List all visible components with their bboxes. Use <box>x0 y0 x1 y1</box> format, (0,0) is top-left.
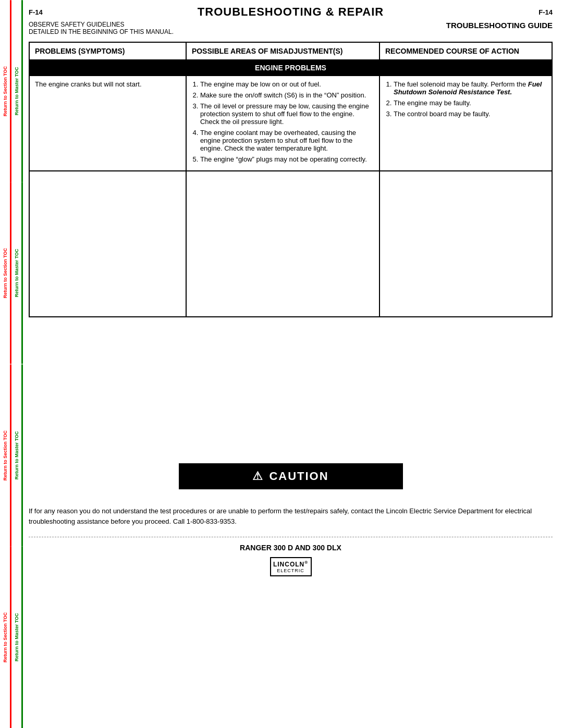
table-header-problems: PROBLEMS (SYMPTOMS) <box>29 42 186 60</box>
caution-box: ⚠ CAUTION <box>179 463 403 489</box>
page-header: F-14 TROUBLESHOOTING & REPAIR F-14 <box>29 5 553 19</box>
causes-cell: The engine may be low on or out of fuel.… <box>186 76 380 171</box>
lincoln-logo: LINCOLN® ELECTRIC <box>270 557 312 576</box>
spacer <box>29 328 553 463</box>
main-content: F-14 TROUBLESHOOTING & REPAIR F-14 OBSER… <box>23 0 563 587</box>
sidebar-return-master-toc-2[interactable]: Return to Master TOC <box>11 182 23 364</box>
page-number-left: F-14 <box>29 8 43 16</box>
action-1-bold: Fuel Shutdown Solenoid Resistance Test. <box>394 80 542 96</box>
section-header-row: ENGINE PROBLEMS <box>29 60 552 76</box>
sidebar-return-section-toc-4[interactable]: Return to Section TOC <box>0 546 11 728</box>
left-sidebar: Return to Section TOC Return to Master T… <box>0 0 23 728</box>
cause-item-1: The engine may be low on or out of fuel. <box>200 80 374 88</box>
empty-cell-2 <box>186 171 380 317</box>
logo-container: LINCOLN® ELECTRIC <box>29 557 553 576</box>
sidebar-return-section-toc-2[interactable]: Return to Section TOC <box>0 182 11 364</box>
caution-triangle-icon: ⚠ <box>252 470 263 483</box>
page-number-right: F-14 <box>538 8 553 16</box>
cause-item-5: The engine “glow” plugs may not be opera… <box>200 155 374 163</box>
actions-cell: The fuel solenoid may be faulty. Perform… <box>380 76 552 171</box>
action-item-1: The fuel solenoid may be faulty. Perform… <box>394 80 546 96</box>
empty-cell-3 <box>380 171 552 317</box>
sidebar-return-master-toc-1[interactable]: Return to Master TOC <box>11 0 23 182</box>
sidebar-return-section-toc-3[interactable]: Return to Section TOC <box>0 364 11 546</box>
logo-name: LINCOLN® <box>273 560 308 568</box>
logo-sub: ELECTRIC <box>277 568 304 573</box>
actions-list: The fuel solenoid may be faulty. Perform… <box>385 80 546 118</box>
symptom-cell: The engine cranks but will not start. <box>29 76 186 171</box>
section-header-cell: ENGINE PROBLEMS <box>29 60 552 76</box>
footer-model: RANGER 300 D AND 300 DLX <box>29 544 553 552</box>
page-title: TROUBLESHOOTING & REPAIR <box>43 5 539 19</box>
safety-line2: DETAILED IN THE BEGINNING OF THIS MANUAL… <box>29 28 174 35</box>
action-item-2: The engine may be faulty. <box>394 99 546 107</box>
troubleshooting-table: PROBLEMS (SYMPTOMS) POSSIBLE AREAS OF MI… <box>29 42 553 317</box>
logo-registered: ® <box>304 560 308 565</box>
cause-item-4: The engine coolant may be overheated, ca… <box>200 129 374 152</box>
empty-row <box>29 171 552 317</box>
symptom-text: The engine cranks but will not start. <box>35 80 142 88</box>
table-header-actions: RECOMMENDED COURSE OF ACTION <box>380 42 552 60</box>
table-row: The engine cranks but will not start. Th… <box>29 76 552 171</box>
dashed-separator <box>29 537 553 537</box>
causes-list: The engine may be low on or out of fuel.… <box>192 80 374 163</box>
safety-text: OBSERVE SAFETY GUIDELINES DETAILED IN TH… <box>29 21 174 35</box>
sidebar-return-section-toc-1[interactable]: Return to Section TOC <box>0 0 11 182</box>
table-header-causes: POSSIBLE AREAS OF MISADJUSTMENT(S) <box>186 42 380 60</box>
sidebar-return-master-toc-4[interactable]: Return to Master TOC <box>11 546 23 728</box>
sidebar-return-master-toc-3[interactable]: Return to Master TOC <box>11 364 23 546</box>
caution-container: ⚠ CAUTION <box>29 463 553 498</box>
caution-body: If for any reason you do not understand … <box>29 506 553 526</box>
safety-notice: OBSERVE SAFETY GUIDELINES DETAILED IN TH… <box>29 21 553 35</box>
guide-title: TROUBLESHOOTING GUIDE <box>446 21 553 30</box>
safety-line1: OBSERVE SAFETY GUIDELINES <box>29 21 174 28</box>
cause-item-2: Make sure the on/off switch (S6) is in t… <box>200 91 374 99</box>
empty-cell-1 <box>29 171 186 317</box>
action-item-3: The control board may be faulty. <box>394 110 546 118</box>
cause-item-3: The oil level or pressure may be low, ca… <box>200 102 374 126</box>
caution-label: CAUTION <box>269 470 328 483</box>
action-1-text: The fuel solenoid may be faulty. Perform… <box>394 80 542 96</box>
